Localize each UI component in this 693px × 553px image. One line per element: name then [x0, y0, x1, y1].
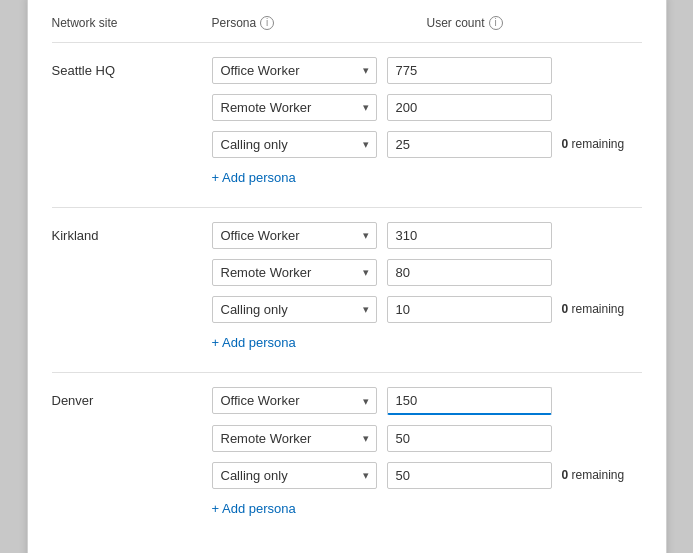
table-row: Office WorkerRemote WorkerCalling only — [212, 259, 642, 286]
remaining-count: 0 remaining — [562, 137, 642, 151]
site-section-seattle-hq: Seattle HQOffice WorkerRemote WorkerCall… — [52, 42, 642, 207]
persona-info-icon[interactable]: i — [260, 16, 274, 30]
site-name: Denver — [52, 387, 212, 408]
site-row: KirklandOffice WorkerRemote WorkerCallin… — [52, 222, 642, 354]
persona-select-wrapper: Office WorkerRemote WorkerCalling only — [212, 296, 377, 323]
persona-rows: Office WorkerRemote WorkerCalling onlyOf… — [212, 387, 642, 520]
persona-dropdown-1-1[interactable]: Office WorkerRemote WorkerCalling only — [212, 259, 377, 286]
persona-header: Persona i — [212, 16, 427, 30]
persona-select-wrapper: Office WorkerRemote WorkerCalling only — [212, 387, 377, 414]
table-row: Office WorkerRemote WorkerCalling only — [212, 57, 642, 84]
table-row: Office WorkerRemote WorkerCalling only — [212, 222, 642, 249]
persona-select-wrapper: Office WorkerRemote WorkerCalling only — [212, 222, 377, 249]
persona-select-wrapper: Office WorkerRemote WorkerCalling only — [212, 94, 377, 121]
user-count-input-0-0[interactable] — [387, 57, 552, 84]
table-row: Office WorkerRemote WorkerCalling only0 … — [212, 296, 642, 323]
persona-dropdown-2-1[interactable]: Office WorkerRemote WorkerCalling only — [212, 425, 377, 452]
user-count-info-icon[interactable]: i — [489, 16, 503, 30]
user-count-input-1-0[interactable] — [387, 222, 552, 249]
persona-rows: Office WorkerRemote WorkerCalling onlyOf… — [212, 222, 642, 354]
add-persona-link[interactable]: + Add persona — [212, 170, 642, 185]
site-name: Kirkland — [52, 222, 212, 243]
table-row: Office WorkerRemote WorkerCalling only0 … — [212, 131, 642, 158]
site-section-denver: DenverOffice WorkerRemote WorkerCalling … — [52, 372, 642, 538]
user-count-input-2-0[interactable] — [387, 387, 552, 415]
user-count-header: User count i — [427, 16, 642, 30]
user-count-input-2-2[interactable] — [387, 462, 552, 489]
site-row: Seattle HQOffice WorkerRemote WorkerCall… — [52, 57, 642, 189]
site-row: DenverOffice WorkerRemote WorkerCalling … — [52, 387, 642, 520]
user-count-input-0-2[interactable] — [387, 131, 552, 158]
persona-select-wrapper: Office WorkerRemote WorkerCalling only — [212, 462, 377, 489]
persona-dropdown-1-0[interactable]: Office WorkerRemote WorkerCalling only — [212, 222, 377, 249]
user-count-input-1-1[interactable] — [387, 259, 552, 286]
remaining-count: 0 remaining — [562, 302, 642, 316]
persona-select-wrapper: Office WorkerRemote WorkerCalling only — [212, 131, 377, 158]
site-section-kirkland: KirklandOffice WorkerRemote WorkerCallin… — [52, 207, 642, 372]
user-count-input-2-1[interactable] — [387, 425, 552, 452]
persona-dropdown-0-0[interactable]: Office WorkerRemote WorkerCalling only — [212, 57, 377, 84]
user-count-input-1-2[interactable] — [387, 296, 552, 323]
add-persona-link[interactable]: + Add persona — [212, 335, 642, 350]
table-row: Office WorkerRemote WorkerCalling only — [212, 425, 642, 452]
persona-dropdown-2-0[interactable]: Office WorkerRemote WorkerCalling only — [212, 387, 377, 414]
table-header: Network site Persona i User count i — [52, 16, 642, 38]
persona-rows: Office WorkerRemote WorkerCalling onlyOf… — [212, 57, 642, 189]
persona-dropdown-0-1[interactable]: Office WorkerRemote WorkerCalling only — [212, 94, 377, 121]
remaining-count: 0 remaining — [562, 468, 642, 482]
table-row: Office WorkerRemote WorkerCalling only — [212, 387, 642, 415]
persona-dropdown-0-2[interactable]: Office WorkerRemote WorkerCalling only — [212, 131, 377, 158]
persona-select-wrapper: Office WorkerRemote WorkerCalling only — [212, 259, 377, 286]
add-persona-link[interactable]: + Add persona — [212, 501, 642, 516]
table-row: Office WorkerRemote WorkerCalling only — [212, 94, 642, 121]
main-window: Network site Persona i User count i Seat… — [27, 0, 667, 553]
persona-dropdown-2-2[interactable]: Office WorkerRemote WorkerCalling only — [212, 462, 377, 489]
persona-select-wrapper: Office WorkerRemote WorkerCalling only — [212, 57, 377, 84]
sites-container: Seattle HQOffice WorkerRemote WorkerCall… — [52, 42, 642, 538]
table-row: Office WorkerRemote WorkerCalling only0 … — [212, 462, 642, 489]
user-count-input-0-1[interactable] — [387, 94, 552, 121]
network-site-header: Network site — [52, 16, 212, 30]
persona-dropdown-1-2[interactable]: Office WorkerRemote WorkerCalling only — [212, 296, 377, 323]
persona-select-wrapper: Office WorkerRemote WorkerCalling only — [212, 425, 377, 452]
site-name: Seattle HQ — [52, 57, 212, 78]
